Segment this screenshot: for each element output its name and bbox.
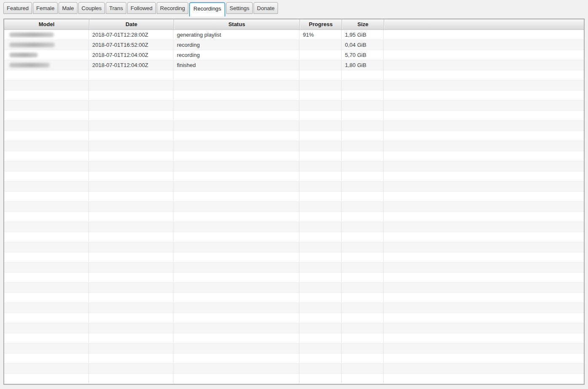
table-row[interactable]: 2018-07-01T12:28:00Zgenerating playlist9… <box>4 30 584 40</box>
cell-actions <box>384 182 584 191</box>
tab-female[interactable]: Female <box>33 2 58 14</box>
cell-progress <box>299 70 342 80</box>
cell-actions <box>384 242 584 252</box>
cell-size <box>342 273 384 282</box>
cell-status <box>174 70 299 80</box>
cell-status <box>174 242 299 252</box>
cell-status <box>174 303 299 313</box>
cell-size <box>342 111 384 121</box>
cell-progress <box>299 80 342 90</box>
cell-model <box>4 172 89 181</box>
cell-status <box>174 283 299 292</box>
tab-followed[interactable]: Followed <box>127 2 156 14</box>
cell-model <box>4 232 89 242</box>
table-row-empty <box>4 182 584 192</box>
table-row-empty <box>4 242 584 252</box>
table-row-empty <box>4 364 584 374</box>
column-header-actions[interactable] <box>384 19 584 30</box>
column-header-status[interactable]: Status <box>174 19 299 30</box>
cell-model <box>4 30 89 40</box>
tab-featured[interactable]: Featured <box>3 2 32 14</box>
cell-model <box>4 202 89 212</box>
cell-progress <box>299 313 342 323</box>
cell-model <box>4 323 89 333</box>
cell-date <box>89 101 174 110</box>
table-row-empty <box>4 192 584 202</box>
cell-model <box>4 343 89 353</box>
cell-progress <box>299 252 342 262</box>
cell-date <box>89 131 174 141</box>
column-header-size[interactable]: Size <box>342 19 384 30</box>
cell-progress <box>299 293 342 303</box>
table-row[interactable]: 2018-07-01T12:04:00Zrecording5,70 GiB <box>4 50 584 60</box>
cell-status <box>174 202 299 212</box>
cell-date <box>89 161 174 171</box>
tab-couples[interactable]: Couples <box>78 2 105 14</box>
cell-size <box>342 293 384 303</box>
cell-date: 2018-07-01T12:04:00Z <box>89 60 174 70</box>
cell-size <box>342 80 384 90</box>
cell-size: 1,95 GiB <box>342 30 384 40</box>
column-header-model[interactable]: Model <box>4 19 89 30</box>
cell-progress <box>299 111 342 121</box>
cell-progress <box>299 40 342 50</box>
cell-progress <box>299 192 342 201</box>
column-header-progress[interactable]: Progress <box>299 19 342 30</box>
cell-progress <box>299 374 342 384</box>
cell-model <box>4 242 89 252</box>
column-header-date[interactable]: Date <box>89 19 174 30</box>
cell-status <box>174 222 299 232</box>
cell-size <box>342 172 384 181</box>
cell-actions <box>384 40 584 50</box>
cell-progress <box>299 131 342 141</box>
cell-actions <box>384 303 584 313</box>
cell-size <box>342 212 384 222</box>
cell-actions <box>384 273 584 282</box>
cell-date <box>89 333 174 343</box>
cell-status <box>174 354 299 363</box>
cell-actions <box>384 333 584 343</box>
cell-size <box>342 192 384 201</box>
cell-date <box>89 293 174 303</box>
tab-recording[interactable]: Recording <box>157 2 188 14</box>
cell-date <box>89 252 174 262</box>
cell-actions <box>384 70 584 80</box>
tab-trans[interactable]: Trans <box>106 2 126 14</box>
cell-date: 2018-07-01T16:52:00Z <box>89 40 174 50</box>
cell-size: 1,80 GiB <box>342 60 384 70</box>
tab-settings[interactable]: Settings <box>226 2 253 14</box>
tab-recordings[interactable]: Recordings <box>189 2 225 16</box>
tab-donate[interactable]: Donate <box>254 2 278 14</box>
cell-status <box>174 263 299 272</box>
model-name-redacted <box>9 63 50 67</box>
cell-progress <box>299 182 342 191</box>
cell-status <box>174 364 299 373</box>
cell-actions <box>384 141 584 151</box>
table-row-empty <box>4 151 584 161</box>
cell-date <box>89 151 174 161</box>
cell-actions <box>384 212 584 222</box>
cell-model <box>4 101 89 110</box>
cell-date <box>89 91 174 100</box>
cell-actions <box>384 151 584 161</box>
table-row-empty <box>4 303 584 313</box>
table-row[interactable]: 2018-07-01T16:52:00Zrecording0,04 GiB <box>4 40 584 50</box>
cell-progress <box>299 151 342 161</box>
cell-progress <box>299 283 342 292</box>
cell-model <box>4 354 89 363</box>
recordings-table: ModelDateStatusProgressSize 2018-07-01T1… <box>3 19 585 385</box>
cell-status <box>174 313 299 323</box>
cell-date <box>89 192 174 201</box>
cell-progress <box>299 343 342 353</box>
cell-date: 2018-07-01T12:04:00Z <box>89 50 174 60</box>
tab-male[interactable]: Male <box>59 2 77 14</box>
cell-status <box>174 293 299 303</box>
cell-model <box>4 313 89 323</box>
cell-model <box>4 293 89 303</box>
cell-status: finished <box>174 60 299 70</box>
cell-date <box>89 343 174 353</box>
cell-model <box>4 111 89 121</box>
cell-size <box>342 161 384 171</box>
table-row[interactable]: 2018-07-01T12:04:00Zfinished1,80 GiB <box>4 60 584 70</box>
cell-model <box>4 91 89 100</box>
